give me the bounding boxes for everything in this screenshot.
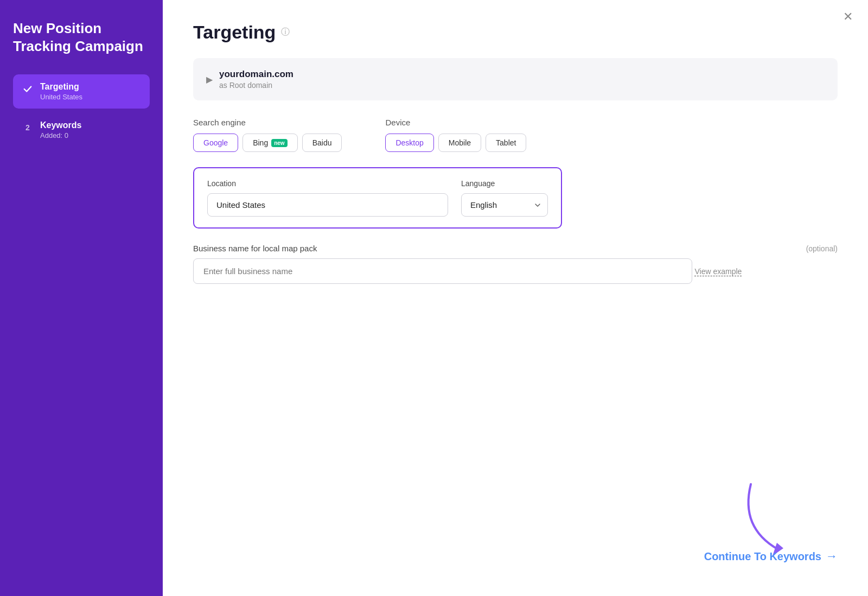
bing-button[interactable]: Bing new xyxy=(242,134,297,152)
targeting-label: Targeting xyxy=(40,82,82,92)
mobile-button[interactable]: Mobile xyxy=(438,134,481,152)
keywords-sublabel: Added: 0 xyxy=(40,131,81,140)
main-content: ✕ Targeting ⓘ ▶ yourdomain.com as Root d… xyxy=(163,0,868,596)
search-engine-buttons: Google Bing new Baidu xyxy=(193,134,342,152)
engine-device-row: Search engine Google Bing new Baidu Devi… xyxy=(193,118,838,152)
device-section: Device Desktop Mobile Tablet xyxy=(385,118,526,152)
keywords-label: Keywords xyxy=(40,121,81,130)
device-label: Device xyxy=(385,118,526,127)
domain-info: yourdomain.com as Root domain xyxy=(219,69,293,90)
check-icon xyxy=(22,83,34,95)
continue-arrow-icon: → xyxy=(826,549,838,563)
desktop-button[interactable]: Desktop xyxy=(385,134,433,152)
business-input[interactable] xyxy=(193,258,692,284)
continue-button[interactable]: Continue To Keywords → xyxy=(704,549,838,563)
page-title: Targeting xyxy=(193,22,276,43)
campaign-title: New Position Tracking Campaign xyxy=(13,20,150,55)
location-input[interactable] xyxy=(207,193,448,217)
continue-label: Continue To Keywords xyxy=(704,550,821,563)
sidebar: New Position Tracking Campaign Targeting… xyxy=(0,0,163,596)
view-example-link[interactable]: View example xyxy=(694,267,742,276)
business-name-row: Business name for local map pack (option… xyxy=(193,244,838,253)
domain-type: as Root domain xyxy=(219,81,293,90)
language-group: Language English Spanish French German xyxy=(461,179,548,217)
bing-label: Bing xyxy=(253,138,268,147)
page-title-row: Targeting ⓘ xyxy=(193,22,838,43)
close-button[interactable]: ✕ xyxy=(843,11,853,23)
location-group: Location xyxy=(207,179,448,217)
language-label: Language xyxy=(461,179,548,188)
domain-chevron-icon[interactable]: ▶ xyxy=(206,74,213,85)
targeting-item-content: Targeting United States xyxy=(40,82,82,101)
search-engine-section: Search engine Google Bing new Baidu xyxy=(193,118,342,152)
domain-name: yourdomain.com xyxy=(219,69,293,80)
location-language-wrapper: Location Language English Spanish French… xyxy=(193,167,562,229)
bing-new-badge: new xyxy=(271,139,287,147)
curved-arrow-icon xyxy=(718,473,805,560)
tablet-button[interactable]: Tablet xyxy=(486,134,526,152)
baidu-button[interactable]: Baidu xyxy=(302,134,342,152)
info-icon[interactable]: ⓘ xyxy=(281,27,290,38)
sidebar-item-targeting[interactable]: Targeting United States xyxy=(13,74,150,109)
bottom-area: Continue To Keywords → xyxy=(704,473,838,563)
language-select[interactable]: English Spanish French German xyxy=(461,193,548,217)
location-label: Location xyxy=(207,179,448,188)
keywords-item-content: Keywords Added: 0 xyxy=(40,121,81,140)
sidebar-item-keywords[interactable]: 2 Keywords Added: 0 xyxy=(13,113,150,147)
business-label: Business name for local map pack xyxy=(193,244,317,253)
optional-label: (optional) xyxy=(806,244,838,253)
targeting-sublabel: United States xyxy=(40,93,82,101)
keywords-number: 2 xyxy=(22,122,34,134)
domain-card: ▶ yourdomain.com as Root domain xyxy=(193,58,838,100)
google-button[interactable]: Google xyxy=(193,134,238,152)
search-engine-label: Search engine xyxy=(193,118,342,127)
device-buttons: Desktop Mobile Tablet xyxy=(385,134,526,152)
